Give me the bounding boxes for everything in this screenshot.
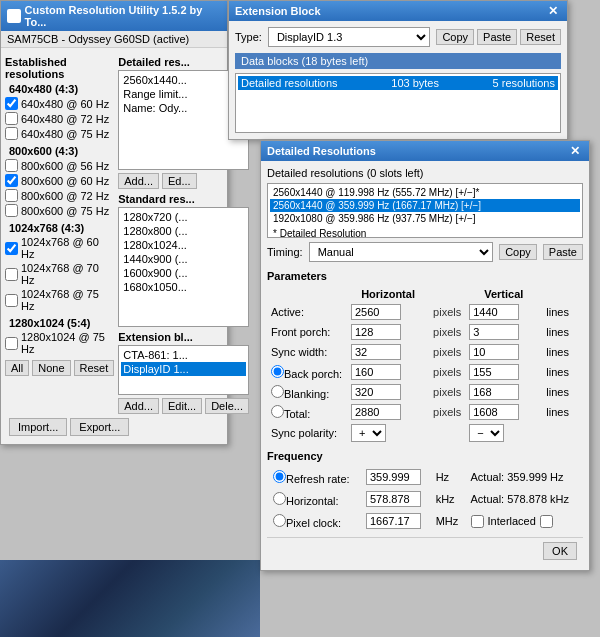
- block-name: Detailed resolutions: [241, 77, 338, 89]
- interlaced-label: Interlaced: [488, 515, 536, 527]
- import-button[interactable]: Import...: [9, 418, 67, 436]
- horiz-sign-select[interactable]: +: [351, 424, 386, 442]
- res-label: 640x480 @ 75 Hz: [21, 128, 109, 140]
- sw-vert-input[interactable]: [469, 344, 519, 360]
- add-ext-button[interactable]: Add...: [118, 398, 159, 414]
- second-checkbox[interactable]: [540, 515, 553, 528]
- interlaced-checkbox[interactable]: [471, 515, 484, 528]
- established-header: Established resolutions: [5, 56, 114, 80]
- res-checkbox[interactable]: [5, 97, 18, 110]
- param-unit: pixels: [429, 302, 465, 322]
- param-unit: pixels: [429, 382, 465, 402]
- sw-horiz-input[interactable]: [351, 344, 401, 360]
- active-vert-input[interactable]: 1440: [469, 304, 519, 320]
- blank-vert-input[interactable]: [469, 384, 519, 400]
- all-button[interactable]: All: [5, 360, 29, 376]
- type-select[interactable]: DisplayID 1.3: [268, 27, 431, 47]
- refresh-input[interactable]: [366, 469, 421, 485]
- res-checkbox[interactable]: [5, 337, 18, 350]
- list-item-selected: DisplayID 1...: [121, 362, 246, 376]
- delete-ext-button[interactable]: Dele...: [205, 398, 249, 414]
- ext-title-bar: Extension Block ✕: [229, 1, 567, 21]
- res-entries-list: 2560x1440 @ 119.998 Hz (555.72 MHz) [+/−…: [267, 183, 583, 238]
- fporch-vert-input[interactable]: [469, 324, 519, 340]
- res-label: 1024x768 @ 75 Hz: [21, 288, 114, 312]
- data-blocks-header: Data blocks (18 bytes left): [235, 53, 561, 69]
- res-checkbox[interactable]: [5, 189, 18, 202]
- res-checkbox[interactable]: [5, 204, 18, 217]
- res-checkbox[interactable]: [5, 127, 18, 140]
- two-col-layout: Established resolutions 640x480 (4:3) 64…: [5, 52, 223, 414]
- group1-list: 640x480 @ 60 Hz 640x480 @ 72 Hz 640x480 …: [5, 96, 114, 141]
- param-unit: pixels: [429, 362, 465, 382]
- edit-ext-button[interactable]: Edit...: [162, 398, 202, 414]
- pixclock-radio[interactable]: [273, 514, 286, 527]
- total-vert-input[interactable]: [469, 404, 519, 420]
- reset-button[interactable]: Reset: [520, 29, 561, 45]
- list-item: 1024x768 @ 70 Hz: [5, 261, 114, 287]
- table-row: Pixel clock: MHz Interlaced: [269, 511, 581, 531]
- blank-horiz-input[interactable]: [351, 384, 401, 400]
- res-checkbox[interactable]: [5, 112, 18, 125]
- actual-value: 578.878 kHz: [507, 493, 569, 505]
- params-section: Parameters Horizontal Vertical Active: 2…: [267, 270, 583, 444]
- timing-row: Timing: Manual Copy Paste: [267, 242, 583, 262]
- horiz-sign-row: +: [351, 424, 425, 442]
- refresh-label: Refresh rate:: [286, 473, 350, 485]
- horizontal-radio[interactable]: [273, 492, 286, 505]
- param-vert-unit: lines: [542, 402, 583, 422]
- group3-list: 1024x768 @ 60 Hz 1024x768 @ 70 Hz 1024x7…: [5, 235, 114, 313]
- total-radio[interactable]: [271, 405, 284, 418]
- actual-label: Actual: 359.999 Hz: [467, 467, 581, 487]
- fporch-horiz-input[interactable]: [351, 324, 401, 340]
- total-horiz-input[interactable]: [351, 404, 401, 420]
- close-icon[interactable]: ✕: [567, 144, 583, 158]
- param-fporch-label: Front porch:: [267, 322, 347, 342]
- pixclock-input[interactable]: [366, 513, 421, 529]
- edit-detailed-button[interactable]: Ed...: [162, 173, 197, 189]
- res-checkbox[interactable]: [5, 242, 18, 255]
- list-item: 1680x1050...: [121, 280, 246, 294]
- paste-button[interactable]: Paste: [477, 29, 517, 45]
- res-label: 800x600 @ 75 Hz: [21, 205, 109, 217]
- bp-vert-input[interactable]: [469, 364, 519, 380]
- active-horiz-input[interactable]: 2560: [351, 304, 401, 320]
- det-res-note: * Detailed Resolution: [270, 225, 580, 238]
- pixclock-label: Pixel clock:: [286, 517, 341, 529]
- det-res-title: Detailed Resolutions: [267, 145, 376, 157]
- add-detailed-button[interactable]: Add...: [118, 173, 159, 189]
- res-checkbox[interactable]: [5, 159, 18, 172]
- backporch-radio[interactable]: [271, 365, 284, 378]
- close-icon[interactable]: ✕: [545, 4, 561, 18]
- res-checkbox[interactable]: [5, 268, 18, 281]
- res-entry: 2560x1440 @ 119.998 Hz (555.72 MHz) [+/−…: [270, 186, 580, 199]
- export-button[interactable]: Export...: [70, 418, 129, 436]
- copy-button[interactable]: Copy: [436, 29, 474, 45]
- none-button[interactable]: None: [32, 360, 70, 376]
- res-label: 1024x768 @ 60 Hz: [21, 236, 114, 260]
- ok-button[interactable]: OK: [543, 542, 577, 560]
- refresh-radio[interactable]: [273, 470, 286, 483]
- vert-sign-select[interactable]: −: [469, 424, 504, 442]
- param-unit: pixels: [429, 402, 465, 422]
- reset-button[interactable]: Reset: [74, 360, 115, 376]
- horizontal-input[interactable]: [366, 491, 421, 507]
- param-blank-label: Blanking:: [284, 388, 329, 400]
- res-label: 1024x768 @ 70 Hz: [21, 262, 114, 286]
- table-row: Horizontal: kHz Actual: 578.878 kHz: [269, 489, 581, 509]
- paste-timing-button[interactable]: Paste: [543, 244, 583, 260]
- res-checkbox[interactable]: [5, 174, 18, 187]
- table-row: Refresh rate: Hz Actual: 359.999 Hz: [269, 467, 581, 487]
- res-checkbox[interactable]: [5, 294, 18, 307]
- res-label: 1280x1024 @ 75 Hz: [21, 331, 114, 355]
- list-item: 640x480 @ 72 Hz: [5, 111, 114, 126]
- res-label: 800x600 @ 60 Hz: [21, 175, 109, 187]
- timing-label: Timing:: [267, 246, 303, 258]
- copy-timing-button[interactable]: Copy: [499, 244, 537, 260]
- list-item: 800x600 @ 75 Hz: [5, 203, 114, 218]
- bp-horiz-input[interactable]: [351, 364, 401, 380]
- timing-select[interactable]: Manual: [309, 242, 494, 262]
- blanking-radio[interactable]: [271, 385, 284, 398]
- block-resolutions: 5 resolutions: [493, 77, 555, 89]
- detailed-resolutions-window: Detailed Resolutions ✕ Detailed resoluti…: [260, 140, 590, 571]
